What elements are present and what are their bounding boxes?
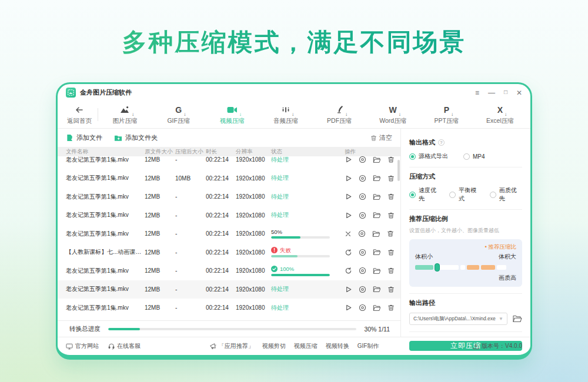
footer-link[interactable]: GIF制作 xyxy=(358,342,379,350)
compress-mode-radio[interactable]: 平衡模式 xyxy=(449,186,482,203)
trash-icon[interactable] xyxy=(387,249,395,256)
duration: 00:22:14 xyxy=(206,175,236,182)
original-size: 12MB xyxy=(145,286,175,293)
status-text: 50% xyxy=(271,229,345,235)
folder-icon[interactable] xyxy=(372,230,380,237)
play-icon[interactable] xyxy=(345,175,352,182)
output-format-radio[interactable]: MP4 xyxy=(463,152,485,160)
play-icon[interactable] xyxy=(345,286,352,293)
footer-link[interactable]: 视频剪切 xyxy=(262,342,286,350)
quality-label: 画质高 xyxy=(415,274,516,282)
disc-icon[interactable] xyxy=(359,304,366,311)
menu-icon[interactable]: ≡ xyxy=(475,89,479,96)
close-icon[interactable]: ✕ xyxy=(516,89,522,96)
tab-gif[interactable]: G↓GIF压缩 xyxy=(152,101,205,128)
back-icon xyxy=(75,105,84,115)
close-icon[interactable] xyxy=(345,230,352,237)
file-name: 老友记第五季第1集.mkv xyxy=(58,156,145,164)
slider-handle[interactable] xyxy=(435,263,440,272)
row-actions xyxy=(345,212,400,219)
output-path-select[interactable]: C:\Users\电脑\AppData\...\Xmind.exe ▼ xyxy=(409,313,507,325)
tab-audio[interactable]: ↓音频压缩 xyxy=(259,101,312,128)
tab-back[interactable]: 返回首页 xyxy=(61,101,98,128)
tab-label: PDF压缩 xyxy=(327,117,352,125)
table-row: 老友记第五季第1集.mkv12MB-00:22:141920x1080待处理 xyxy=(58,187,400,206)
tab-ppt[interactable]: P↓PPT压缩 xyxy=(420,101,473,128)
tab-image[interactable]: ↓图片压缩 xyxy=(98,101,152,128)
play-icon[interactable] xyxy=(345,304,352,311)
file-list-area: 添加文件 添加文件夹 清空 文件名称 原文件大小 压缩后大小 时长 分辨率 xyxy=(58,129,400,337)
footer-link[interactable]: 在线客服 xyxy=(108,342,141,350)
duration: 00:22:14 xyxy=(206,304,236,311)
clear-button[interactable]: 清空 xyxy=(370,133,392,142)
trash-icon[interactable] xyxy=(387,193,395,200)
disc-icon[interactable] xyxy=(358,230,366,237)
tab-bar: 返回首页↓图片压缩G↓GIF压缩↓视频压缩↓音频压缩↓PDF压缩W↓Word压缩… xyxy=(58,101,530,129)
compress-mode-title: 压缩方式 xyxy=(409,172,435,181)
folder-icon[interactable] xyxy=(373,304,381,311)
disc-icon[interactable] xyxy=(359,267,366,274)
folder-icon[interactable] xyxy=(373,249,381,256)
tab-pdf[interactable]: ↓PDF压缩 xyxy=(313,101,366,128)
status-cell: 待处理 xyxy=(271,174,345,182)
add-folder-button[interactable]: 添加文件夹 xyxy=(114,133,158,142)
success-icon xyxy=(271,266,278,272)
trash-icon[interactable] xyxy=(387,304,395,311)
play-icon[interactable] xyxy=(345,212,352,219)
compress-mode-radio[interactable]: 画质优先 xyxy=(490,186,522,203)
trash-icon[interactable] xyxy=(387,230,394,237)
tab-excel[interactable]: X↓Excel压缩 xyxy=(473,101,527,128)
ratio-slider[interactable] xyxy=(415,263,516,272)
folder-icon[interactable] xyxy=(373,212,381,219)
tab-label: 音频压缩 xyxy=(273,117,298,125)
play-icon[interactable] xyxy=(345,193,352,200)
original-size: 12MB xyxy=(145,267,175,274)
disc-icon[interactable] xyxy=(359,212,366,219)
disc-icon[interactable] xyxy=(359,193,366,200)
output-format-radio[interactable]: 源格式导出 xyxy=(409,152,448,160)
col-resolution: 分辨率 xyxy=(236,148,271,156)
row-actions xyxy=(345,249,400,256)
slider-segment xyxy=(415,265,433,270)
folder-icon[interactable] xyxy=(373,175,381,182)
footer-link[interactable]: 官方网站 xyxy=(66,342,99,350)
folder-icon[interactable] xyxy=(373,156,381,163)
play-icon[interactable] xyxy=(345,156,352,163)
trash-icon[interactable] xyxy=(387,156,395,163)
tab-word[interactable]: W↓Word压缩 xyxy=(366,101,420,128)
add-file-button[interactable]: 添加文件 xyxy=(66,133,102,142)
footer-link-label: GIF制作 xyxy=(358,342,379,350)
disc-icon[interactable] xyxy=(359,249,366,256)
browse-folder-icon[interactable] xyxy=(513,315,522,323)
file-name: 老友记第五季第1集.mkv xyxy=(58,267,145,275)
page-title: 多种压缩模式，满足不同场景 xyxy=(0,26,588,59)
minimize-icon[interactable]: — xyxy=(488,89,495,96)
disc-icon[interactable] xyxy=(359,175,366,182)
resolution: 1920x1080 xyxy=(236,304,271,311)
table-row: 老友记第五季第1集.mkv12MB-00:22:141920x108050% xyxy=(58,224,400,243)
retry-icon[interactable] xyxy=(345,267,352,274)
disc-icon[interactable] xyxy=(359,156,366,163)
maximize-icon[interactable]: □ xyxy=(504,89,507,96)
tab-video[interactable]: ↓视频压缩 xyxy=(205,101,259,128)
footer-link[interactable]: 视频压缩 xyxy=(294,342,318,350)
table-scrollbar[interactable] xyxy=(397,160,400,181)
trash-icon[interactable] xyxy=(387,267,395,274)
footer-link[interactable]: 视频转换 xyxy=(326,342,349,350)
folder-icon[interactable] xyxy=(373,267,381,274)
compress-mode-radio[interactable]: 速度优先 xyxy=(409,186,442,203)
folder-icon[interactable] xyxy=(373,286,381,293)
trash-icon[interactable] xyxy=(387,212,395,219)
trash-icon[interactable] xyxy=(387,175,395,182)
disc-icon[interactable] xyxy=(359,286,366,293)
table-row: 老友记第五季第1集.mkv12MB-00:22:141920x1080待处理 xyxy=(58,156,400,169)
help-icon[interactable]: ? xyxy=(438,139,445,146)
trash-icon[interactable] xyxy=(387,286,395,293)
titlebar: 金舟图片压缩软件 ≡ — □ ✕ xyxy=(58,84,530,101)
retry-icon[interactable] xyxy=(345,249,352,256)
footer-link[interactable]: 「应用推荐」 xyxy=(209,342,254,350)
folder-icon[interactable] xyxy=(373,193,381,200)
row-actions xyxy=(345,156,400,163)
compress-mode-section: 压缩方式 速度优先平衡模式画质优先 xyxy=(409,167,522,210)
row-actions xyxy=(345,267,400,274)
